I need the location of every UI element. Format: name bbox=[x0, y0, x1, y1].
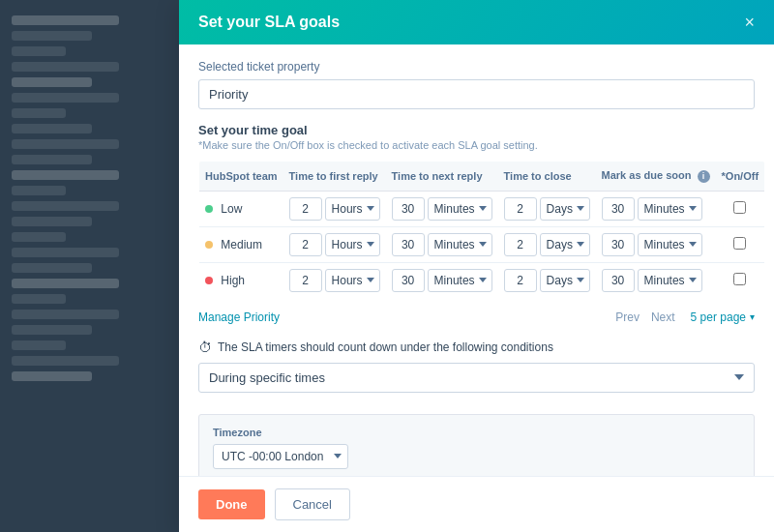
due-soon-num-input[interactable] bbox=[602, 233, 635, 256]
first-reply-group: Hours bbox=[289, 269, 380, 292]
col-due-soon: Mark as due soon i bbox=[596, 162, 716, 192]
modal-header: Set your SLA goals × bbox=[179, 0, 774, 44]
priority-cell: Low bbox=[199, 191, 283, 226]
per-page-selector[interactable]: 5 per page bbox=[691, 310, 746, 324]
timer-icon: ⏱ bbox=[198, 340, 212, 355]
close-unit-select[interactable]: Days bbox=[540, 197, 590, 221]
first-reply-group: Hours bbox=[289, 233, 380, 256]
ticket-property-input[interactable] bbox=[198, 79, 755, 109]
next-reply-num-input[interactable] bbox=[392, 269, 425, 292]
time-goal-note: *Make sure the On/Off box is checked to … bbox=[198, 139, 755, 151]
first-reply-unit-select[interactable]: Hours bbox=[325, 269, 380, 292]
modal-body: Selected ticket property Set your time g… bbox=[179, 44, 774, 476]
close-cell: Days bbox=[498, 191, 596, 226]
on-off-checkbox[interactable] bbox=[733, 237, 746, 250]
priority-label: Medium bbox=[221, 238, 262, 251]
next-reply-cell: Minutes bbox=[386, 191, 498, 226]
due-soon-unit-select[interactable]: Minutes bbox=[638, 233, 702, 256]
next-reply-cell: Minutes bbox=[386, 226, 498, 262]
close-num-input[interactable] bbox=[504, 197, 537, 221]
manage-priority-link[interactable]: Manage Priority bbox=[198, 310, 280, 324]
due-soon-cell: Minutes bbox=[596, 191, 716, 226]
first-reply-num-input[interactable] bbox=[289, 269, 322, 292]
close-cell: Days bbox=[498, 226, 596, 262]
sla-timer-text: The SLA timers should count down under t… bbox=[218, 340, 553, 354]
first-reply-cell: Hours bbox=[283, 226, 386, 262]
first-reply-unit-select[interactable]: Hours bbox=[325, 197, 380, 221]
due-soon-num-input[interactable] bbox=[602, 197, 635, 221]
close-num-input[interactable] bbox=[504, 269, 537, 292]
table-row: Medium Hours Minutes bbox=[199, 226, 765, 262]
priority-dot bbox=[205, 241, 213, 249]
next-reply-group: Minutes bbox=[392, 197, 492, 221]
ticket-property-label: Selected ticket property bbox=[198, 60, 755, 74]
ticket-property-section: Selected ticket property bbox=[198, 60, 755, 123]
priority-dot bbox=[205, 205, 213, 213]
due-soon-unit-select[interactable]: Minutes bbox=[638, 269, 702, 292]
on-off-checkbox[interactable] bbox=[733, 201, 746, 214]
first-reply-cell: Hours bbox=[283, 191, 386, 226]
close-group: Days bbox=[504, 233, 590, 256]
table-row: Low Hours Minutes bbox=[199, 191, 765, 226]
next-reply-unit-select[interactable]: Minutes bbox=[428, 269, 492, 292]
due-soon-info-icon: i bbox=[698, 170, 710, 183]
next-reply-unit-select[interactable]: Minutes bbox=[428, 233, 492, 256]
on-off-cell bbox=[716, 191, 765, 226]
due-soon-num-input[interactable] bbox=[602, 269, 635, 292]
on-off-cell bbox=[716, 262, 765, 298]
done-button[interactable]: Done bbox=[198, 489, 265, 519]
priority-dot bbox=[205, 277, 213, 284]
next-reply-group: Minutes bbox=[392, 269, 492, 292]
col-close: Time to close bbox=[498, 162, 596, 192]
next-reply-cell: Minutes bbox=[386, 262, 498, 298]
priority-label: Low bbox=[221, 202, 242, 216]
next-reply-unit-select[interactable]: Minutes bbox=[428, 197, 492, 221]
close-unit-select[interactable]: Days bbox=[540, 269, 590, 292]
due-soon-cell: Minutes bbox=[596, 262, 716, 298]
modal-footer: Done Cancel bbox=[179, 476, 774, 532]
pagination: Prev Next 5 per page ▾ bbox=[611, 309, 755, 326]
sla-timer-header: ⏱ The SLA timers should count down under… bbox=[198, 340, 755, 355]
col-team: HubSpot team bbox=[199, 162, 283, 192]
on-off-checkbox[interactable] bbox=[733, 273, 746, 285]
priority-cell: High bbox=[199, 262, 283, 298]
table-row: High Hours Minutes bbox=[199, 262, 765, 298]
close-num-input[interactable] bbox=[504, 233, 537, 256]
first-reply-cell: Hours bbox=[283, 262, 386, 298]
prev-button[interactable]: Prev bbox=[611, 309, 643, 326]
first-reply-num-input[interactable] bbox=[289, 197, 322, 221]
col-on-off: *On/Off bbox=[716, 162, 765, 192]
sla-timer-section: ⏱ The SLA timers should count down under… bbox=[198, 340, 755, 402]
next-button[interactable]: Next bbox=[647, 309, 679, 326]
table-footer: Manage Priority Prev Next 5 per page ▾ bbox=[198, 309, 755, 326]
next-reply-num-input[interactable] bbox=[392, 197, 425, 221]
first-reply-unit-select[interactable]: Hours bbox=[325, 233, 380, 256]
priority-label: High bbox=[221, 274, 245, 287]
due-soon-group: Minutes bbox=[602, 233, 710, 256]
due-soon-unit-select[interactable]: Minutes bbox=[638, 197, 702, 221]
next-reply-num-input[interactable] bbox=[392, 233, 425, 256]
col-first-reply: Time to first reply bbox=[283, 162, 386, 192]
modal: Set your SLA goals × Selected ticket pro… bbox=[179, 0, 774, 532]
close-unit-select[interactable]: Days bbox=[540, 233, 590, 256]
sla-table: HubSpot team Time to first reply Time to… bbox=[198, 161, 765, 299]
timezone-label: Timezone bbox=[213, 427, 740, 438]
first-reply-group: Hours bbox=[289, 197, 380, 221]
due-soon-group: Minutes bbox=[602, 197, 710, 221]
cancel-button[interactable]: Cancel bbox=[275, 488, 350, 520]
col-next-reply: Time to next reply bbox=[386, 162, 498, 192]
per-page-arrow: ▾ bbox=[750, 311, 755, 322]
priority-cell: Medium bbox=[199, 226, 283, 262]
on-off-cell bbox=[716, 226, 765, 262]
next-reply-group: Minutes bbox=[392, 233, 492, 256]
time-goal-section: Set your time goal *Make sure the On/Off… bbox=[198, 123, 755, 151]
close-group: Days bbox=[504, 269, 590, 292]
due-soon-cell: Minutes bbox=[596, 226, 716, 262]
close-button[interactable]: × bbox=[744, 14, 755, 31]
timezone-select[interactable]: UTC -00:00 London bbox=[213, 444, 348, 469]
modal-title: Set your SLA goals bbox=[198, 14, 340, 31]
sidebar bbox=[0, 0, 179, 532]
timezone-box: Timezone UTC -00:00 London Hours Mon - F… bbox=[198, 414, 755, 477]
conditions-dropdown[interactable]: During specific times bbox=[198, 363, 755, 393]
first-reply-num-input[interactable] bbox=[289, 233, 322, 256]
